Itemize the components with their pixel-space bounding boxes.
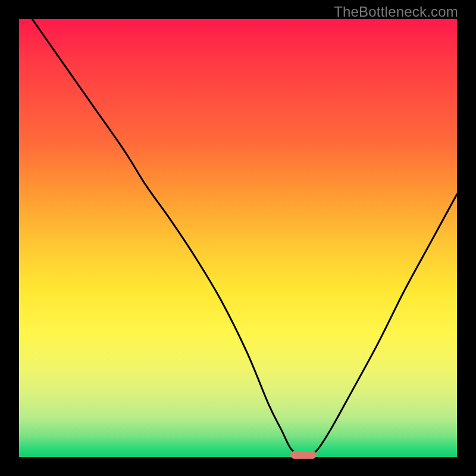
watermark-text: TheBottleneck.com	[334, 4, 458, 20]
plot-area	[19, 19, 457, 457]
chart-frame: TheBottleneck.com	[0, 0, 476, 476]
bottleneck-curve	[19, 19, 457, 457]
optimal-range-marker	[290, 451, 317, 459]
